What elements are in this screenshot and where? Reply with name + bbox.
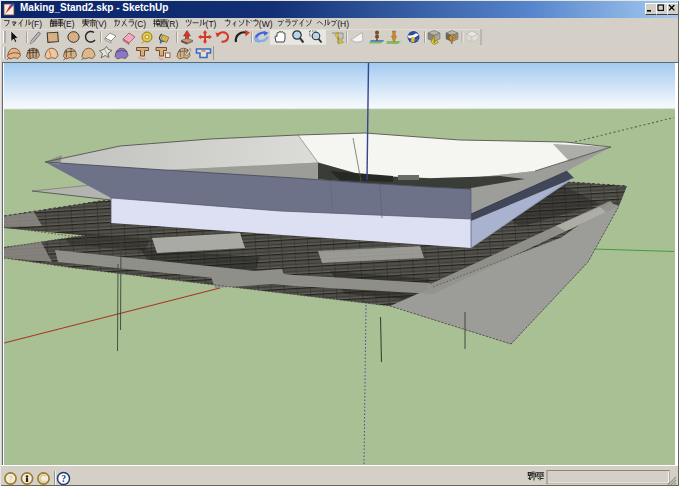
svg-text:?: ? [61, 474, 66, 484]
svg-text:(T): (T) [206, 19, 217, 29]
svg-text:(W): (W) [259, 19, 273, 29]
svg-text:(H): (H) [337, 19, 349, 29]
svg-text:(C): (C) [134, 19, 146, 29]
svg-text:(R): (R) [167, 19, 179, 29]
svg-text:(F): (F) [31, 19, 42, 29]
svg-text:(E): (E) [63, 19, 74, 29]
svg-text:(V): (V) [95, 19, 107, 29]
svg-text:?: ? [9, 475, 13, 484]
